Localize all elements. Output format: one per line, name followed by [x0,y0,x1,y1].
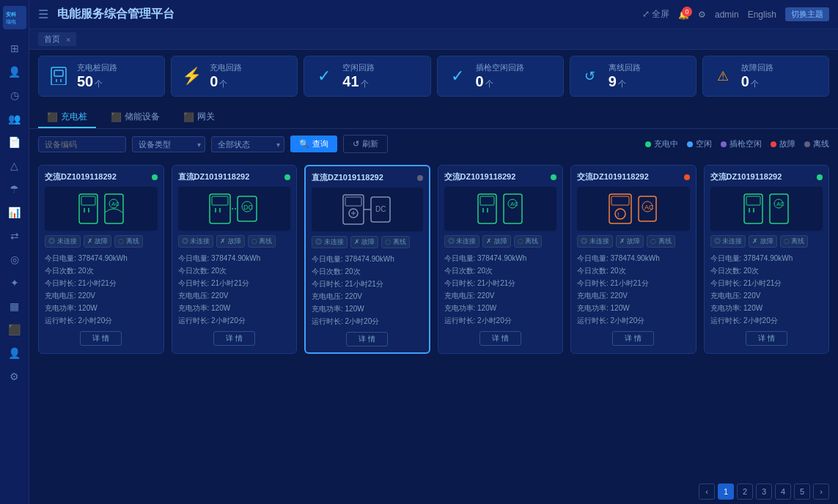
detail-btn-6[interactable]: 详 情 [746,331,787,346]
next-page-btn[interactable]: › [813,483,829,500]
legend-area: 充电中 空闲 插枪空闲 故障 离线 [645,138,829,149]
sidebar-icon-person2[interactable]: 👤 [3,343,26,363]
sidebar-icon-exchange[interactable]: ⇄ [3,226,26,246]
tag-offline-2: ◌ 离线 [248,235,276,248]
card-status-row-6: ◎ 未连接 ✗ 故障 ◌ 离线 [710,235,823,248]
fullscreen-icon: ⤢ [642,9,650,19]
device-code-input[interactable] [38,136,126,152]
breadcrumb-home[interactable]: 首页 × [38,32,76,46]
detail-btn-4[interactable]: 详 情 [479,331,521,346]
device-card-4[interactable]: 交流DZ1019118292 AC [438,165,564,354]
legend-dot-idle [687,141,693,147]
bell-icon[interactable]: 🔔 0 [678,10,689,20]
query-button[interactable]: 🔍 查询 [290,136,337,152]
filter-row: 设备类型 全部状态 🔍 查询 ↺ 刷新 充电中 [29,129,838,159]
tab-charging-pile[interactable]: ⬛ 充电桩 [38,107,96,128]
tag-offline-6: ◌ 离线 [780,235,809,248]
fullscreen-btn[interactable]: ⤢ 全屏 [642,8,669,21]
page-btn-2[interactable]: 2 [737,483,753,500]
sidebar-icon-panel[interactable]: ▦ [3,296,26,316]
legend-label-idle: 空闲 [696,138,712,149]
sidebar-icon-server[interactable]: ⬛ [3,319,26,340]
stat-unit-plug-idle: 个 [485,78,493,89]
status-select-wrap: 全部状态 [211,136,284,152]
sidebar-icon-chart[interactable]: 📊 [3,202,26,223]
sidebar-icon-home[interactable]: ⊞ [3,38,26,59]
device-card-1[interactable]: 交流DZ1019118292 AC [38,165,164,354]
charging-pile-icon [48,64,70,89]
legend-label-offline: 离线 [813,138,829,149]
card-status-row-1: ◎ 未连接 ✗ 故障 ◌ 离线 [45,235,158,248]
card-header-2: 直流DZ1019118292 [178,171,291,182]
tab-gateway[interactable]: ⬛ 网关 [174,107,224,128]
card-header-3: 直流DZ1019118292 [312,172,423,183]
menu-icon[interactable]: ☰ [38,7,48,21]
refresh-button[interactable]: ↺ 刷新 [343,135,388,153]
tag-offline-5: ◌ 离线 [647,235,675,248]
stat-value-charging: 0 [210,73,218,90]
stat-value-fault: 0 [741,73,749,90]
home-breadcrumb-label: 首页 [44,34,60,45]
detail-btn-3[interactable]: 详 情 [346,332,388,346]
stat-value-charging-pile: 50 [77,73,93,90]
sidebar-icon-shield[interactable]: ◎ [3,249,26,270]
sidebar-icon-doc[interactable]: 📄 [3,132,26,152]
device-type-select[interactable]: 设备类型 [132,136,205,152]
page-btn-3[interactable]: 3 [756,483,772,500]
card-title-1: 交流DZ1019118292 [45,171,117,182]
card-title-2: 直流DZ1019118292 [178,171,250,182]
stat-label-plug-idle: 插枪空闲回路 [476,62,554,73]
stat-info-offline: 离线回路 9 个 [609,62,687,90]
sidebar-icon-people[interactable]: 👥 [3,108,26,129]
sidebar-icon-alert[interactable]: △ [3,155,26,176]
page-btn-4[interactable]: 4 [775,483,791,500]
device-card-6[interactable]: 交流DZ1019118292 AC [704,165,830,354]
sidebar-icon-user[interactable]: 👤 [3,62,26,82]
stat-card-fault: ⚠ 故障回路 0 个 [702,56,829,97]
prev-page-btn[interactable]: ‹ [699,483,715,500]
language-label[interactable]: English [748,10,776,20]
tag-unconnected-5: ◎ 未连接 [577,235,613,248]
sidebar-icon-umbrella[interactable]: ☂ [3,179,26,199]
legend-label-fault: 故障 [779,138,795,149]
page-btn-1[interactable]: 1 [718,483,734,500]
card-status-row-3: ◎ 未连接 ✗ 故障 ◌ 离线 [312,236,423,248]
app-logo: 安科 瑞电 [3,6,26,29]
detail-btn-5[interactable]: 详 情 [612,331,654,346]
detail-btn-1[interactable]: 详 情 [80,331,122,346]
status-select[interactable]: 全部状态 [211,136,284,152]
card-title-5: 交流DZ1019118292 [577,171,649,182]
detail-btn-2[interactable]: 详 情 [213,331,255,346]
status-dot-2 [284,174,290,180]
page-btn-5[interactable]: 5 [794,483,810,500]
card-title-4: 交流DZ1019118292 [444,171,516,182]
svg-text:AC: AC [510,201,518,207]
status-dot-4 [551,174,556,180]
admin-label: admin [715,10,739,20]
sidebar-icon-star[interactable]: ✦ [3,273,26,293]
sidebar-icon-clock[interactable]: ◷ [3,85,26,105]
status-dot-1 [152,174,158,180]
svg-text:AC: AC [111,201,120,207]
svg-rect-8 [81,196,95,205]
tag-offline-1: ◌ 离线 [114,235,143,248]
settings-icon[interactable]: ⚙ [698,10,706,20]
theme-switch-btn[interactable]: 切换主题 [785,7,829,21]
stat-value-offline: 9 [609,73,617,90]
svg-rect-32 [504,194,522,223]
card-status-row-5: ◎ 未连接 ✗ 故障 ◌ 离线 [577,235,690,248]
device-card-5[interactable]: 交流DZ1019118292 ! AC [570,165,697,354]
legend-idle: 空闲 [687,138,712,149]
device-card-2[interactable]: 直流DZ1019118292 DC [172,165,298,354]
tag-unconnected-2: ◎ 未连接 [178,235,214,248]
breadcrumb-close[interactable]: × [66,35,70,44]
legend-dot-charging [645,141,651,147]
stat-card-idle: ✓ 空闲回路 41 个 [304,56,430,97]
device-card-3[interactable]: 直流DZ1019118292 DC [304,165,430,354]
sidebar-icon-gear[interactable]: ⚙ [3,366,26,387]
stat-unit-offline: 个 [618,78,626,89]
tag-unconnected-4: ◎ 未连接 [444,235,480,248]
charging-icon: ⚡ [180,67,202,86]
card-header-6: 交流DZ1019118292 [710,171,823,182]
tab-storage[interactable]: ⬛ 储能设备 [102,107,169,128]
